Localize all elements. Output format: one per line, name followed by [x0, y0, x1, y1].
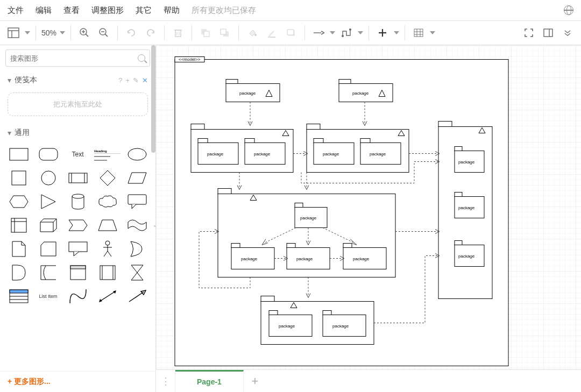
shape-triangle[interactable]	[35, 191, 61, 212]
collapse-toolbar-button[interactable]	[559, 25, 576, 41]
shape-arrow[interactable]	[124, 286, 150, 307]
svg-line-6	[86, 34, 89, 37]
scratchpad-close-icon[interactable]: ✕	[142, 76, 148, 84]
connection-dropdown[interactable]	[330, 31, 335, 34]
shape-cloud[interactable]	[94, 191, 121, 212]
shape-square[interactable]	[5, 168, 32, 188]
menu-help[interactable]: 帮助	[164, 5, 180, 16]
shape-textbox[interactable]: Heading▬▬▬▬▬▬▬▬▬	[94, 144, 121, 165]
menu-adjust-shape[interactable]: 调整图形	[91, 5, 124, 16]
scratchpad-help-icon[interactable]: ?	[118, 76, 122, 84]
shape-cylinder[interactable]	[65, 191, 91, 212]
tab-page-1[interactable]: Page-1	[175, 370, 244, 392]
menu-other[interactable]: 其它	[136, 5, 152, 16]
menu-view[interactable]: 查看	[63, 5, 80, 16]
insert-dropdown[interactable]	[394, 31, 399, 34]
view-panels-button[interactable]	[5, 25, 22, 41]
shape-container[interactable]	[65, 262, 91, 283]
scratchpad-dropzone[interactable]: 把元素拖至此处	[8, 92, 148, 116]
shape-curve[interactable]	[65, 286, 91, 307]
svg-text:package: package	[458, 160, 475, 165]
shape-actor[interactable]	[94, 239, 121, 259]
line-color-button[interactable]	[264, 25, 280, 41]
container-row2-right[interactable]: package package	[307, 124, 409, 173]
svg-rect-106	[231, 244, 240, 248]
waypoint-dropdown[interactable]	[358, 31, 363, 34]
sidebar-scrollbar[interactable]	[151, 45, 155, 153]
svg-rect-19	[268, 37, 275, 38]
shape-datastore[interactable]	[35, 262, 61, 283]
to-front-button[interactable]	[197, 25, 214, 41]
shape-list-item[interactable]: List Item	[35, 286, 61, 307]
connection-button[interactable]	[310, 25, 327, 41]
shape-callout-rect[interactable]	[65, 239, 91, 259]
svg-text:package: package	[458, 254, 475, 259]
svg-point-42	[72, 194, 84, 198]
delete-button[interactable]	[170, 25, 186, 41]
scratchpad-add-icon[interactable]: +	[125, 76, 130, 84]
table-dropdown[interactable]	[430, 31, 435, 34]
waypoint-button[interactable]	[338, 25, 355, 41]
fullscreen-button[interactable]	[521, 25, 537, 41]
shape-note[interactable]	[5, 239, 32, 259]
language-icon[interactable]	[564, 5, 573, 15]
shape-text[interactable]: Text	[65, 144, 91, 165]
drawing-canvas[interactable]: <<model>> package package package packag…	[156, 45, 581, 369]
svg-rect-109	[287, 244, 295, 248]
table-button[interactable]	[410, 25, 427, 41]
shape-process[interactable]	[65, 168, 91, 188]
more-shapes-button[interactable]: + 更多图形...	[0, 371, 155, 392]
shape-collate[interactable]	[124, 262, 150, 283]
format-panel-button[interactable]	[540, 25, 556, 41]
shape-step[interactable]	[65, 215, 91, 236]
shape-callout[interactable]	[124, 191, 150, 212]
shape-rectangle[interactable]	[5, 144, 32, 165]
shape-hexagon[interactable]	[5, 191, 32, 212]
container-middle[interactable]: package package package package	[218, 189, 395, 277]
sidebar: ▾ 便笺本 ? + ✎ ✕ 把元素拖至此处 ▾ 通用 Text Heading▬…	[0, 45, 156, 392]
shape-tape[interactable]	[124, 215, 150, 236]
shape-list[interactable]	[5, 286, 32, 307]
svg-text:package: package	[370, 152, 386, 156]
search-icon[interactable]	[138, 54, 145, 62]
add-page-button[interactable]: +	[244, 370, 266, 393]
svg-rect-120	[323, 311, 331, 315]
scratchpad-header[interactable]: ▾ 便笺本 ? + ✎ ✕	[0, 71, 155, 89]
container-row2-left[interactable]: package package	[191, 124, 293, 173]
insert-button[interactable]	[374, 25, 391, 41]
menu-file[interactable]: 文件	[8, 5, 24, 16]
shape-card[interactable]	[35, 239, 61, 259]
zoom-out-button[interactable]	[96, 25, 112, 41]
shape-arrow-both[interactable]	[94, 286, 121, 307]
shape-palette: Text Heading▬▬▬▬▬▬▬▬▬ List Item	[0, 142, 155, 309]
redo-button[interactable]	[143, 25, 159, 41]
shadow-button[interactable]	[283, 25, 299, 41]
shape-ellipse[interactable]	[124, 144, 150, 165]
container-right-col[interactable]: package package package	[438, 122, 492, 299]
search-input[interactable]	[10, 54, 134, 62]
zoom-dropdown-icon	[60, 31, 65, 34]
shape-frame[interactable]	[94, 262, 121, 283]
pages-menu-handle[interactable]: ⋮	[156, 370, 175, 393]
shape-trapezoid[interactable]	[94, 215, 121, 236]
svg-rect-27	[414, 29, 423, 37]
view-panels-dropdown[interactable]	[25, 31, 30, 34]
zoom-in-button[interactable]	[76, 25, 93, 41]
section-general-header[interactable]: ▾ 通用	[0, 124, 155, 142]
shape-and[interactable]	[5, 262, 32, 283]
container-bottom[interactable]: package package	[261, 296, 374, 345]
shape-diamond[interactable]	[94, 168, 121, 188]
scratchpad-edit-icon[interactable]: ✎	[133, 76, 139, 84]
shape-parallelogram[interactable]	[124, 168, 150, 188]
zoom-select[interactable]: 50%	[41, 28, 65, 37]
shape-or[interactable]	[124, 239, 150, 259]
menu-edit[interactable]: 编辑	[36, 5, 52, 16]
to-back-button[interactable]	[217, 25, 233, 41]
shape-rounded-rect[interactable]	[35, 144, 61, 165]
uml-model-diagram[interactable]: <<model>> package package package packag…	[156, 45, 581, 369]
undo-button[interactable]	[123, 25, 139, 41]
shape-cube[interactable]	[35, 215, 61, 236]
fill-color-button[interactable]	[244, 25, 260, 41]
shape-internal-storage[interactable]	[5, 215, 32, 236]
shape-circle[interactable]	[35, 168, 61, 188]
